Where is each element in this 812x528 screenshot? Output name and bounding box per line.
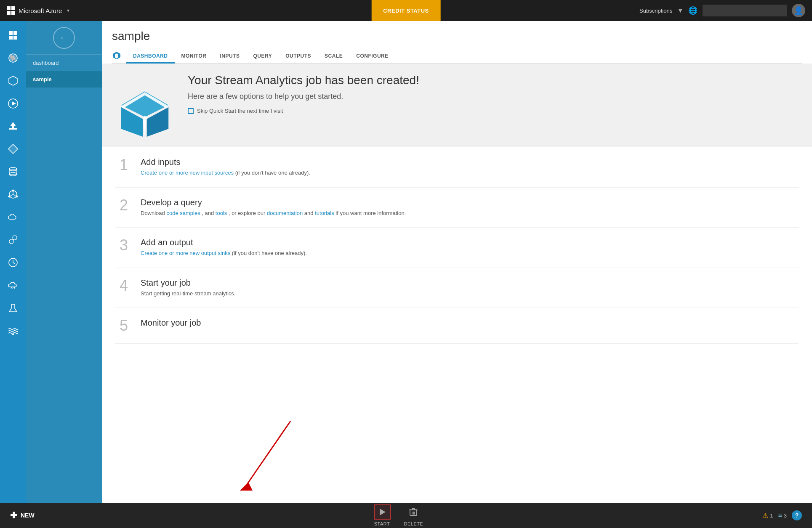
step-5-title: Monitor your job [141,318,799,328]
step-2-content: Develop a query Download code samples , … [141,198,799,218]
subscriptions-label: Subscriptions [639,8,672,14]
step-3-link[interactable]: Create one or more new output sinks [141,250,230,256]
delete-button[interactable]: DELETE [404,504,423,526]
step-4: 4 Start your job Start getting real-time… [115,268,799,308]
nav-item-sample[interactable]: sample [26,71,102,88]
step-3-number: 3 [115,238,132,253]
svg-marker-6 [9,76,17,85]
step-4-number: 4 [115,278,132,293]
content-area: sample DASHBOARD MONITOR INPUTS QUERY OU… [102,21,812,503]
warning-count: 1 [770,512,773,519]
svg-rect-3 [13,36,17,40]
banner-subtitle: Here are a few options to help you get s… [188,92,799,101]
bottom-center: START DELETE [374,504,423,526]
sidebar-icon-network[interactable] [2,183,24,205]
warning-notification[interactable]: ⚠ 1 [762,512,773,520]
start-icon [374,504,391,520]
step-2-desc: Download code samples , and tools , or e… [141,209,799,218]
sidebar-icon-hexagon[interactable] [2,70,24,92]
nav-item-dashboard[interactable]: dashboard [26,55,102,71]
sidebar-icon-diamond[interactable] [2,138,24,160]
bottom-bar: ✚ NEW START [0,503,812,528]
step-3-title: Add an output [141,238,799,247]
svg-marker-36 [143,116,146,137]
step-2-link-code[interactable]: code samples [166,210,200,216]
page-title: sample [112,29,802,43]
sidebar-icon-elephant[interactable]: 🐘 [2,47,24,69]
skip-quickstart-checkbox[interactable]: Skip Quick Start the next time I visit [188,108,799,114]
quickstart-banner: Your Stream Analytics job has been creat… [102,64,812,147]
tab-scale[interactable]: SCALE [318,50,349,64]
sidebar-icon-storage[interactable] [2,161,24,183]
logo-area[interactable]: Microsoft Azure ▾ [0,6,76,15]
avatar[interactable]: 👤 [792,4,805,17]
step-3-content: Add an output Create one or more new out… [141,238,799,257]
plus-icon: ✚ [10,510,17,520]
new-button[interactable]: ✚ NEW [10,510,35,520]
left-sidebar: 🐘 [0,21,26,503]
back-circle-icon: ← [53,27,75,49]
tab-stream-icon [112,51,121,62]
logo-chevron-icon: ▾ [67,8,69,13]
step-1: 1 Add inputs Create one or more new inpu… [115,147,799,188]
step-1-content: Add inputs Create one or more new input … [141,157,799,177]
start-label: START [374,521,390,526]
svg-point-16 [12,190,14,192]
svg-point-18 [8,196,11,198]
sidebar-icon-cloud2[interactable] [2,274,24,296]
warning-icon: ⚠ [762,512,768,520]
step-2: 2 Develop a query Download code samples … [115,188,799,228]
sidebar-icon-cloud[interactable] [2,206,24,228]
credit-status-button[interactable]: CREDIT STATUS [371,0,441,21]
delete-icon [405,504,422,520]
tab-query[interactable]: QUERY [246,50,279,64]
start-button[interactable]: START [374,504,391,526]
step-2-link-docs[interactable]: documentation [267,210,303,216]
bottom-left: ✚ NEW [10,510,35,520]
step-2-number: 2 [115,198,132,213]
sidebar-icon-clock[interactable] [2,252,24,273]
new-label: NEW [21,512,35,519]
tab-dashboard[interactable]: DASHBOARD [126,50,175,64]
list-notification[interactable]: ≡ 3 [778,512,787,519]
sidebar-icon-waves[interactable] [2,320,24,342]
svg-rect-13 [9,169,17,174]
search-input[interactable] [703,5,787,16]
globe-icon[interactable]: 🌐 [688,6,698,15]
svg-rect-1 [13,31,17,35]
delete-label: DELETE [404,521,423,526]
sidebar-icon-lightning[interactable] [2,229,24,251]
top-bar-right: Subscriptions ▼ 🌐 👤 [639,4,812,17]
page-wrapper: Microsoft Azure ▾ CREDIT STATUS Subscrip… [0,0,812,528]
step-4-title: Start your job [141,278,799,288]
svg-line-21 [10,194,13,196]
tab-monitor[interactable]: MONITOR [175,50,213,64]
tab-bar: DASHBOARD MONITOR INPUTS QUERY OUTPUTS S… [112,50,802,64]
svg-marker-10 [10,122,16,128]
list-count: 3 [784,512,787,519]
step-1-desc-text: (if you don't have one already). [235,170,310,176]
back-button[interactable]: ← [26,21,102,55]
step-2-title: Develop a query [141,198,799,207]
sidebar-icon-lab[interactable] [2,297,24,319]
bottom-right: ⚠ 1 ≡ 3 ? [762,510,802,520]
tab-configure[interactable]: CONFIGURE [349,50,395,64]
banner-text: Your Stream Analytics job has been creat… [188,74,799,114]
help-button[interactable]: ? [792,510,802,520]
tab-inputs[interactable]: INPUTS [213,50,246,64]
sidebar-icon-grid[interactable] [2,24,24,46]
step-2-text-and: , and [202,210,216,216]
filter-icon[interactable]: ▼ [677,7,683,14]
step-1-link[interactable]: Create one or more new input sources [141,170,234,176]
checkbox-box[interactable] [188,108,194,114]
step-1-title: Add inputs [141,157,799,167]
sidebar-icon-upload[interactable] [2,115,24,137]
nav-panel: ← dashboard sample [26,21,102,503]
sidebar-icon-play[interactable] [2,93,24,114]
step-2-link-tools[interactable]: tools [216,210,227,216]
step-2-link-tutorials[interactable]: tutorials [315,210,334,216]
tab-outputs[interactable]: OUTPUTS [279,50,318,64]
step-5-content: Monitor your job [141,318,799,329]
step-3-desc: Create one or more new output sinks (if … [141,249,799,257]
svg-point-29 [12,334,14,335]
